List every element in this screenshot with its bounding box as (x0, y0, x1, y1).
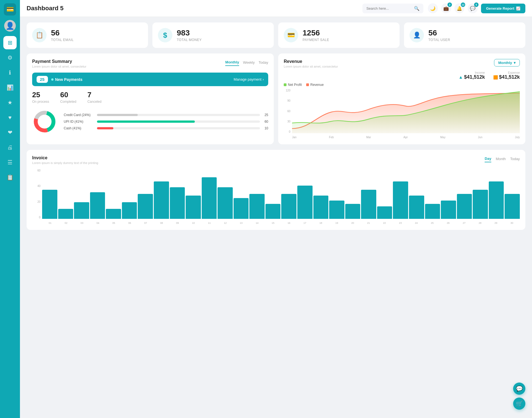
info-icon: ℹ (9, 69, 11, 76)
revenue-subtitle: Lorem ipsum dolor sit amet, consectetur (284, 65, 338, 68)
invoice-tab-today[interactable]: Today (510, 155, 520, 162)
stat-canceled: 7 Canceled (87, 91, 101, 104)
bar-item (313, 196, 329, 219)
payment-summary-title: Payment Summary (32, 59, 86, 64)
search-icon: 🔍 (414, 6, 420, 11)
progress-val-cash: 10 (263, 126, 268, 130)
generate-report-label: Generate Report (486, 6, 514, 11)
legend-dot-revenue (306, 83, 309, 86)
heart-icon: ♥ (8, 114, 12, 121)
chart-legend: Net Profit Revenue (284, 83, 520, 87)
bar-x-label: 20 (345, 222, 360, 224)
payment-summary-card: Payment Summary Lorem ipsum dolor sit am… (27, 53, 274, 144)
settings-icon: ⚙ (7, 54, 12, 61)
header-icons: 🌙 💼 2 🔔 12 💬 5 Generate Report 📈 (428, 3, 525, 13)
header: Dashboard 5 🔍 🌙 💼 2 🔔 12 💬 5 Generate Re (20, 0, 532, 17)
tab-today[interactable]: Today (259, 59, 268, 66)
sidebar-item-favorite[interactable]: ♥ (3, 111, 17, 124)
sidebar-item-list[interactable]: ☰ (3, 156, 17, 169)
sidebar-item-analytics[interactable]: 📊 (3, 81, 17, 94)
bar-x-label: 27 (456, 222, 472, 224)
bell-btn[interactable]: 🔔 12 (454, 3, 464, 13)
progress-label-cc: Credit Card (24%) (64, 113, 94, 117)
sidebar-item-settings[interactable]: ⚙ (3, 51, 17, 64)
bar-x-label: 01 (42, 222, 58, 224)
payment-summary-subtitle: Lorem ipsum dolor sit amet, consectetur (32, 65, 86, 68)
progress-item-cash: Cash (41%) 10 (64, 126, 268, 130)
bar-x-label: 16 (281, 222, 297, 224)
wallet-btn[interactable]: 💼 2 (441, 3, 451, 13)
tab-weekly[interactable]: Weekly (243, 59, 255, 66)
stat-icon-payment: 💳 (284, 28, 298, 42)
bar-item (265, 204, 281, 219)
sidebar-item-info[interactable]: ℹ (3, 66, 17, 79)
user-avatar[interactable]: 👤 (4, 20, 16, 32)
bar-x-label: 12 (217, 222, 233, 224)
stat-label-payment: PAYMENT SALE (303, 38, 329, 42)
invoice-tab-day[interactable]: Day (485, 155, 491, 162)
fab-chat[interactable]: 💬 (513, 383, 525, 395)
sidebar-logo[interactable]: 💳 (4, 3, 16, 16)
sidebar-item-print[interactable]: 🖨 (3, 141, 17, 154)
stat-label-money: TOTAL MONEY (177, 38, 202, 42)
fab-wrap: 💬 🛒 (513, 383, 525, 410)
bar-x-label: 26 (440, 222, 456, 224)
bar-item (186, 196, 201, 219)
invoice-subtitle: Lorem ipsum is simply dummy text of the … (32, 161, 98, 165)
fab-cart[interactable]: 🛒 (513, 398, 525, 410)
generate-report-button[interactable]: Generate Report 📈 (481, 4, 525, 13)
invoice-tab-month[interactable]: Month (496, 155, 506, 162)
bar-item (377, 206, 392, 219)
manage-payment-link[interactable]: Manage payment › (234, 77, 264, 81)
middle-row: Payment Summary Lorem ipsum dolor sit am… (27, 53, 525, 144)
theme-toggle-btn[interactable]: 🌙 (428, 3, 438, 13)
bar-item (281, 194, 296, 219)
list-icon: ☰ (7, 159, 12, 166)
progress-bar-cc (97, 114, 138, 116)
bar-item (122, 202, 137, 219)
fab-cart-icon: 🛒 (516, 400, 523, 407)
new-payments-bar: 25 New Payments Manage payment › (32, 73, 268, 86)
main-content: Dashboard 5 🔍 🌙 💼 2 🔔 12 💬 5 Generate Re (20, 0, 532, 418)
search-bar[interactable]: 🔍 (362, 4, 423, 13)
page-title: Dashboard 5 (27, 5, 358, 12)
revenue-title: Revenue (284, 59, 338, 64)
stat-label-user: TOTAL USER (428, 38, 450, 42)
sidebar-item-dashboard[interactable]: ⊞ (3, 36, 17, 49)
search-input[interactable] (366, 6, 412, 11)
invoice-title: Invoice (32, 155, 98, 160)
expense-value: $41,512k (499, 74, 520, 80)
progress-bar-upi (97, 120, 195, 123)
bar-x-label: 08 (154, 222, 169, 224)
progress-item-upi: UPI ID (41%) 60 (64, 120, 268, 124)
sidebar-item-notes[interactable]: 📋 (3, 171, 17, 184)
invoice-tabs: Day Month Today (485, 155, 520, 162)
income-item: Income ▲ $41,512k (459, 71, 485, 80)
payment-summary-header: Payment Summary Lorem ipsum dolor sit am… (32, 59, 268, 68)
chat-badge: 5 (474, 2, 479, 7)
print-icon: 🖨 (7, 144, 13, 151)
stat-icon-email: 📋 (32, 28, 47, 42)
bar-item (218, 187, 233, 219)
progress-label-cash: Cash (41%) (64, 126, 94, 130)
progress-list: Credit Card (24%) 25 UPI ID (41%) 60 (64, 113, 268, 130)
stat-number-email: 56 (51, 29, 74, 37)
bar-x-label: 07 (138, 222, 154, 224)
bar-x-label: 02 (58, 222, 74, 224)
legend-revenue: Revenue (306, 83, 324, 87)
stat-number-money: 983 (177, 29, 202, 37)
chart-x-labels: Jan Feb Mar Apr May Jun July (292, 136, 520, 139)
bar-item (106, 209, 121, 219)
revenue-monthly-dropdown[interactable]: Monthly ▾ (494, 59, 520, 66)
star-icon: ★ (7, 99, 12, 106)
sidebar-item-heart2[interactable]: ❤ (3, 126, 17, 139)
analytics-icon: 📊 (7, 84, 14, 91)
bar-item (329, 201, 344, 219)
bar-item (234, 198, 249, 219)
bar-x-label: 24 (408, 222, 424, 224)
chat-btn[interactable]: 💬 5 (468, 3, 478, 13)
tab-monthly[interactable]: Monthly (225, 59, 239, 66)
sidebar-item-star[interactable]: ★ (3, 96, 17, 109)
progress-bar-wrap-cash (97, 127, 260, 129)
bar-x-label: 25 (424, 222, 440, 224)
